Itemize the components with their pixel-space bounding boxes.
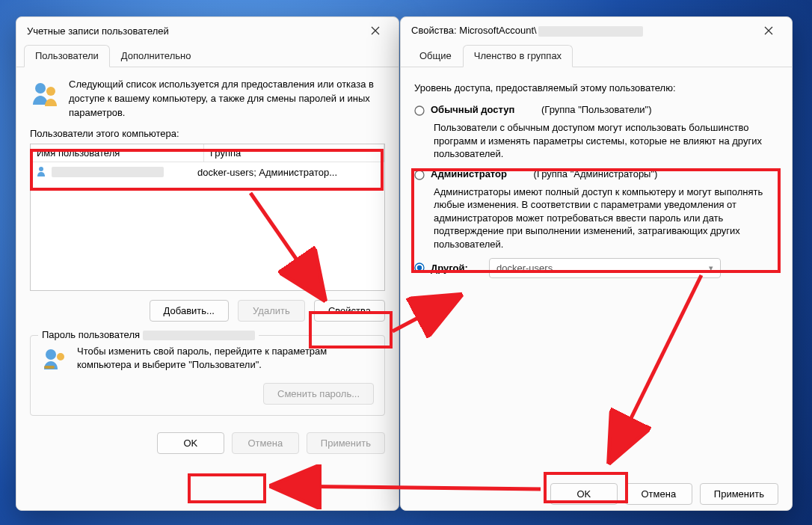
table-row[interactable]: docker-users; Администратор... <box>31 162 384 182</box>
account-name-redacted <box>538 26 643 37</box>
close-icon[interactable] <box>751 19 786 42</box>
person-icon <box>35 165 47 179</box>
add-button[interactable]: Добавить... <box>150 300 229 322</box>
intro-text: Следующий список используется для предос… <box>69 78 385 120</box>
change-password-button: Сменить пароль... <box>263 383 374 405</box>
password-groupbox: Пароль пользователя Чтобы изменить свой … <box>30 335 385 416</box>
window-title: Свойства: MicrosoftAccount\ <box>411 25 751 37</box>
standard-desc: Пользователи с обычным доступом могут ис… <box>434 121 778 161</box>
col-name[interactable]: Имя пользователя <box>31 144 204 162</box>
svg-rect-5 <box>44 366 55 369</box>
svg-point-3 <box>46 349 56 360</box>
users-icon <box>30 78 60 110</box>
svg-point-6 <box>415 106 424 115</box>
cancel-button[interactable]: Отмена <box>625 483 692 505</box>
chevron-down-icon: ▾ <box>709 263 713 273</box>
close-icon[interactable] <box>358 19 393 42</box>
window-title: Учетные записи пользователей <box>27 25 358 37</box>
properties-button[interactable]: Свойства <box>314 300 385 322</box>
list-header: Имя пользователя Группа <box>31 144 384 162</box>
svg-point-9 <box>417 265 422 270</box>
tab-users[interactable]: Пользователи <box>24 45 110 67</box>
radio-standard-label: Обычный доступ <box>431 104 514 115</box>
users-listview[interactable]: Имя пользователя Группа docker-users; Ад… <box>30 144 385 291</box>
ok-button[interactable]: OK <box>157 432 224 454</box>
radio-admin-row[interactable]: Администратор (Группа "Администраторы") <box>414 168 778 182</box>
tab-membership[interactable]: Членство в группах <box>463 45 573 67</box>
svg-point-7 <box>415 171 424 179</box>
delete-button: Удалить <box>238 300 305 322</box>
admin-desc: Администраторы имеют полный доступ к ком… <box>434 185 778 251</box>
combo-value: docker-users <box>496 262 553 274</box>
svg-point-4 <box>57 353 64 360</box>
svg-point-0 <box>35 83 46 93</box>
col-group[interactable]: Группа <box>204 144 384 162</box>
user-accounts-window: Учетные записи пользователей Пользовател… <box>16 16 399 511</box>
svg-point-1 <box>46 87 55 96</box>
user-name-redacted <box>52 167 164 177</box>
admin-group: (Группа "Администраторы") <box>534 168 658 179</box>
password-legend: Пароль пользователя <box>38 329 259 340</box>
svg-point-2 <box>39 167 43 171</box>
user-group-cell: docker-users; Администратор... <box>197 167 380 178</box>
properties-window: Свойства: MicrosoftAccount\ Общие Членст… <box>400 16 793 511</box>
cancel-button: Отмена <box>232 432 299 454</box>
titlebar: Свойства: MicrosoftAccount\ <box>401 17 792 44</box>
radio-admin-label: Администратор <box>431 168 507 179</box>
radio-icon[interactable] <box>414 262 425 275</box>
radio-icon[interactable] <box>414 105 425 118</box>
tabstrip: Пользователи Дополнительно <box>16 44 399 67</box>
key-users-icon <box>41 345 68 374</box>
password-text: Чтобы изменить свой пароль, перейдите к … <box>77 345 374 373</box>
tabstrip: Общие Членство в группах <box>401 44 792 67</box>
radio-icon[interactable] <box>414 170 425 182</box>
apply-button[interactable]: Применить <box>700 483 778 505</box>
tab-general[interactable]: Общие <box>408 45 463 67</box>
list-label: Пользователи этого компьютера: <box>30 128 385 139</box>
tab-advanced[interactable]: Дополнительно <box>110 45 203 67</box>
apply-button: Применить <box>307 432 385 454</box>
titlebar: Учетные записи пользователей <box>16 17 399 44</box>
ok-button[interactable]: OK <box>550 483 618 505</box>
group-combobox[interactable]: docker-users ▾ <box>489 258 721 278</box>
standard-group: (Группа "Пользователи") <box>541 104 652 115</box>
radio-other-row[interactable]: Другой: docker-users ▾ <box>414 258 778 278</box>
radio-other-label: Другой: <box>431 262 483 274</box>
access-intro: Уровень доступа, предоставляемый этому п… <box>414 82 778 93</box>
radio-standard-row[interactable]: Обычный доступ (Группа "Пользователи") <box>414 104 778 118</box>
